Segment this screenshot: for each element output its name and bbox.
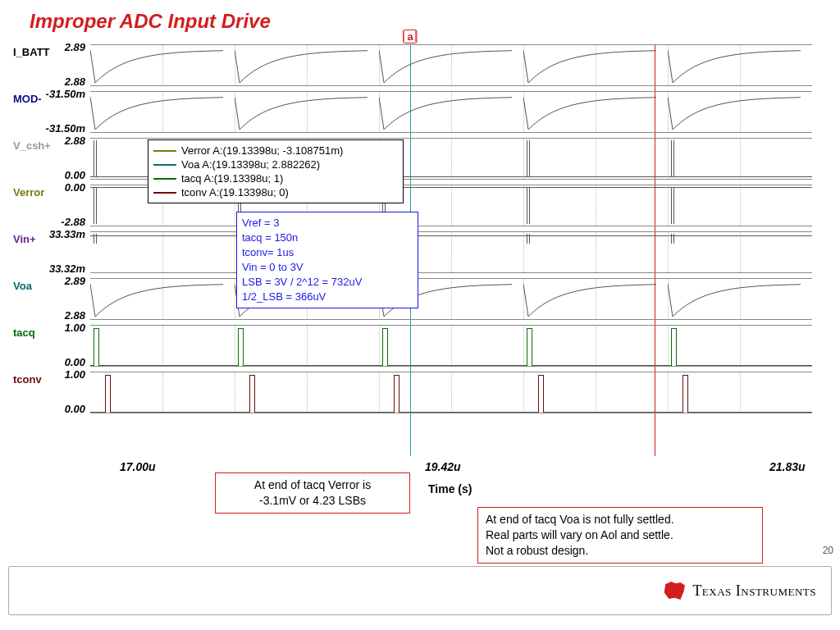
- param-line: tconv= 1us: [242, 245, 413, 260]
- legend-text: tconv A:(19.13398u; 0): [181, 185, 289, 199]
- pane-mod-: MOD--31.50m-31.50m: [18, 88, 814, 135]
- page-title: Improper ADC Input Drive: [30, 10, 271, 33]
- y-min: 2.88: [28, 309, 85, 322]
- annotation-line: Real parts will vary on Aol and settle.: [486, 528, 673, 541]
- x-axis-ticks: 17.00u 19.42u 21.83u: [90, 460, 812, 477]
- annotation-line: -3.1mV or 4.23 LSBs: [259, 494, 366, 507]
- param-line: LSB = 3V / 2^12 = 732uV: [242, 275, 413, 290]
- legend-row: tconv A:(19.13398u; 0): [153, 185, 398, 199]
- xtick: 17.00u: [120, 460, 156, 473]
- x-axis-label: Time (s): [428, 482, 472, 495]
- plot-area[interactable]: [90, 44, 812, 86]
- legend-row: Verror A:(19.13398u; -3.108751m): [153, 144, 398, 158]
- annotation-line: At end of tacq Voa is not fully settled.: [486, 513, 674, 526]
- plot-area[interactable]: [90, 325, 812, 367]
- annotation-line: At end of tacq Verror is: [254, 478, 371, 491]
- plot-area[interactable]: [90, 231, 812, 273]
- y-max: 33.33m: [28, 228, 85, 240]
- plot-area[interactable]: [90, 278, 812, 320]
- y-min: 0.00: [28, 169, 85, 181]
- legend-text: Verror A:(19.13398u; -3.108751m): [181, 144, 343, 158]
- pane-i-batt: I_BATT2.892.88: [18, 41, 814, 88]
- legend-row: Voa A:(19.13398u; 2.882262): [153, 158, 398, 171]
- param-line: Vref = 3: [242, 216, 413, 231]
- param-line: tacq = 150n: [242, 231, 413, 245]
- param-line: 1/2_LSB = 366uV: [242, 290, 413, 304]
- ti-logo-text: Texas Instruments: [692, 582, 816, 600]
- xtick: 21.83u: [769, 460, 806, 473]
- param-line: Vin = 0 to 3V: [242, 260, 413, 275]
- y-min: 2.88: [28, 75, 85, 88]
- y-min: -2.88: [28, 216, 85, 228]
- y-min: 0.00: [28, 356, 85, 368]
- sim-params-box: Vref = 3tacq = 150ntconv= 1usVin = 0 to …: [236, 212, 418, 308]
- annotation-voa: At end of tacq Voa is not fully settled.…: [477, 507, 763, 564]
- legend-swatch: [153, 192, 176, 194]
- plot-area[interactable]: [90, 372, 812, 413]
- y-min: 33.32m: [28, 262, 85, 275]
- legend-text: tacq A:(19.13398u; 1): [181, 171, 283, 185]
- ti-logo-icon: [663, 582, 686, 600]
- pane-tacq: tacq1.000.00: [18, 322, 814, 368]
- legend-swatch: [153, 178, 176, 180]
- y-max: 2.89: [28, 275, 85, 287]
- legend-row: tacq A:(19.13398u; 1): [153, 171, 398, 185]
- slide-number: 20: [823, 545, 833, 556]
- y-min: -31.50m: [28, 122, 85, 135]
- pane-tconv: tconv1.000.00: [18, 368, 814, 415]
- legend-swatch: [153, 150, 176, 152]
- footer: Texas Instruments: [8, 566, 832, 615]
- xtick: 19.42u: [425, 460, 461, 473]
- annotation-verror: At end of tacq Verror is -3.1mV or 4.23 …: [215, 472, 410, 514]
- pane-v-csh-: V_csh+2.880.00: [18, 135, 814, 181]
- y-max: 2.89: [28, 41, 85, 53]
- legend-text: Voa A:(19.13398u; 2.882262): [181, 158, 320, 171]
- annotation-line: Not a robust design.: [486, 544, 588, 557]
- y-max: 1.00: [28, 368, 85, 381]
- y-max: 0.00: [28, 181, 85, 194]
- ti-brand: Texas Instruments: [663, 582, 816, 600]
- y-max: 2.88: [28, 135, 85, 147]
- legend-swatch: [153, 164, 176, 166]
- y-min: 0.00: [28, 403, 85, 415]
- plot-area[interactable]: [90, 91, 812, 133]
- y-max: -31.50m: [28, 88, 85, 100]
- y-max: 1.00: [28, 322, 85, 334]
- cursor-legend: Verror A:(19.13398u; -3.108751m)Voa A:(1…: [148, 139, 404, 203]
